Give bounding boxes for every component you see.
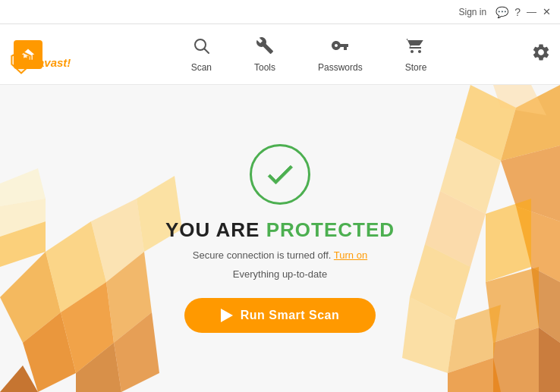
sign-in-text[interactable]: Sign in <box>459 7 487 17</box>
main-content: YOU ARE PROTECTED Secure connection is t… <box>0 85 560 392</box>
svg-marker-25 <box>425 191 486 267</box>
nav-item-tools[interactable]: Tools <box>233 30 297 79</box>
avast-logo: avast! <box>8 49 71 76</box>
nav-items: Scan Tools Passwords Store <box>65 30 552 79</box>
svg-marker-16 <box>0 168 46 206</box>
help-icon[interactable]: ? <box>511 5 524 20</box>
svg-marker-22 <box>440 138 501 214</box>
svg-marker-34 <box>493 85 546 115</box>
svg-marker-27 <box>486 267 539 343</box>
store-label: Store <box>405 62 427 73</box>
svg-marker-9 <box>0 221 46 267</box>
svg-marker-15 <box>114 312 159 392</box>
svg-marker-19 <box>455 85 516 161</box>
passwords-icon <box>331 36 349 59</box>
turn-on-link[interactable]: Turn on <box>334 249 367 261</box>
scan-icon <box>192 36 210 59</box>
svg-marker-13 <box>0 199 46 237</box>
tools-label: Tools <box>254 62 275 73</box>
minimize-button[interactable]: — <box>524 6 540 17</box>
svg-marker-8 <box>46 221 106 312</box>
center-content: YOU ARE PROTECTED Secure connection is t… <box>165 144 395 333</box>
nav-item-store[interactable]: Store <box>384 30 448 79</box>
play-icon <box>221 309 233 322</box>
svg-marker-6 <box>0 252 61 343</box>
nav-item-passwords[interactable]: Passwords <box>297 30 384 79</box>
avast-shield-icon <box>8 49 35 76</box>
status-check-circle <box>250 144 310 205</box>
svg-marker-11 <box>76 343 121 392</box>
svg-point-3 <box>24 58 27 61</box>
svg-marker-20 <box>501 85 560 161</box>
title-bar: Sign in 💬 ? — ✕ <box>0 0 560 24</box>
svg-line-5 <box>205 49 209 53</box>
svg-marker-26 <box>531 267 560 343</box>
svg-marker-23 <box>516 206 560 282</box>
svg-marker-32 <box>448 358 501 392</box>
svg-marker-31 <box>448 305 501 373</box>
uptodate-text: Everything up-to-date <box>233 268 327 280</box>
store-icon <box>407 36 425 59</box>
svg-marker-7 <box>23 312 76 392</box>
nav-bar: avast! Scan Tools Passwords <box>0 24 560 85</box>
nav-item-scan[interactable]: Scan <box>170 30 233 79</box>
svg-marker-12 <box>91 199 144 282</box>
svg-marker-14 <box>106 252 152 343</box>
status-sub: Secure connection is turned off. Turn on <box>193 249 367 261</box>
svg-point-2 <box>15 58 19 61</box>
passwords-label: Passwords <box>318 62 363 73</box>
status-title: YOU ARE PROTECTED <box>165 218 395 242</box>
run-smart-scan-button[interactable]: Run Smart Scan <box>184 298 376 333</box>
svg-marker-33 <box>402 297 455 373</box>
svg-marker-30 <box>493 328 539 392</box>
scan-button-label: Run Smart Scan <box>241 309 340 322</box>
avast-logo-text: avast! <box>38 56 71 69</box>
svg-marker-21 <box>501 146 560 221</box>
svg-marker-24 <box>486 199 531 282</box>
close-button[interactable]: ✕ <box>540 6 554 17</box>
settings-button[interactable] <box>531 42 551 67</box>
tools-icon <box>256 36 274 59</box>
settings-icon <box>531 42 551 62</box>
svg-marker-28 <box>410 244 470 320</box>
svg-marker-29 <box>539 328 560 392</box>
svg-marker-0 <box>11 50 33 74</box>
checkmark-icon <box>263 158 297 191</box>
svg-marker-10 <box>61 282 114 373</box>
svg-marker-18 <box>0 365 38 392</box>
chat-icon[interactable]: 💬 <box>492 5 511 20</box>
scan-label: Scan <box>191 62 212 73</box>
